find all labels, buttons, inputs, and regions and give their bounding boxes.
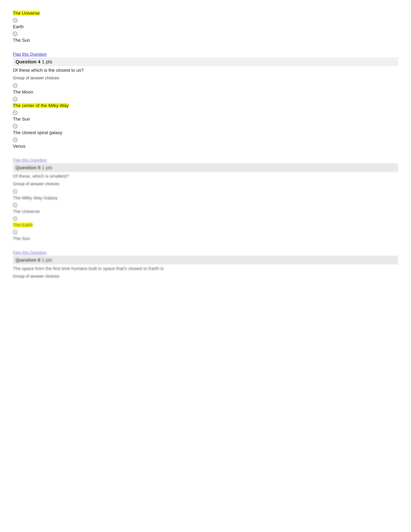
answer-option-venus[interactable]: Venus	[13, 144, 398, 149]
question-6-group-label: Group of answer choices	[13, 274, 398, 279]
answer-option-earth[interactable]: Earth	[13, 24, 398, 29]
answer-label-the-sun-q5: The Sun	[13, 236, 30, 241]
answer-option-the-moon[interactable]: The Moon	[13, 89, 398, 95]
question-5-header: Question 5 1 pts	[13, 163, 398, 172]
question-6-header: Question 6 1 pts	[13, 256, 398, 264]
radio-earth-q5[interactable]	[13, 216, 17, 221]
radio-row-the-sun-q5	[13, 228, 398, 235]
answer-option-milky-way-center[interactable]: The center of the Milky Way	[13, 103, 398, 108]
question-5-number: Question 5	[16, 165, 40, 170]
answer-label-the-universe: The Universe	[13, 11, 40, 16]
radio-row-the-moon	[13, 82, 398, 88]
flag-q6-link[interactable]: Flag this Question	[13, 250, 398, 255]
radio-milky-way-center[interactable]	[13, 97, 17, 101]
radio-the-sun-q5[interactable]	[13, 230, 17, 234]
answer-option-the-universe[interactable]: The Universe	[13, 11, 398, 16]
answer-label-universe-q5: The Universe	[13, 209, 40, 214]
question-4-header: Question 4 1 pts	[13, 57, 398, 66]
answer-option-universe-q5[interactable]: The Universe	[13, 209, 398, 214]
radio-row-earth-q5	[13, 215, 398, 221]
question-4-group-label: Group of answer choices	[13, 76, 398, 80]
answer-option-the-sun-q5[interactable]: The Sun	[13, 236, 398, 241]
radio-row-milky-way-q5	[13, 188, 398, 194]
answer-label-milky-way-q5: The Milky Way Galaxy	[13, 195, 57, 200]
answer-option-spiral-galaxy[interactable]: The closest spiral galaxy	[13, 130, 398, 135]
question-6-section: Flag this Question Question 6 1 pts The …	[13, 250, 398, 279]
radio-universe-q5[interactable]	[13, 203, 17, 207]
answer-label-milky-way-center: The center of the Milky Way	[13, 103, 69, 108]
question-4-section: Flag this Question Question 4 1 pts Of t…	[13, 52, 398, 149]
radio-row-the-sun-q3	[13, 30, 398, 37]
question-3-tail: The Universe Earth The Sun	[13, 11, 398, 43]
answer-label-venus: Venus	[13, 144, 26, 149]
radio-spiral-galaxy[interactable]	[13, 124, 17, 128]
radio-row-spiral-galaxy	[13, 123, 398, 129]
answer-option-earth-q5[interactable]: The Earth	[13, 222, 398, 228]
answer-label-earth-q5: The Earth	[13, 222, 33, 228]
answer-option-the-sun-q4[interactable]: The Sun	[13, 116, 398, 122]
radio-row-the-sun-q4	[13, 109, 398, 116]
question-4-number: Question 4	[16, 59, 40, 64]
answer-label-the-sun-q3: The Sun	[13, 38, 30, 43]
radio-the-moon[interactable]	[13, 83, 17, 88]
flag-q5-link[interactable]: Flag this Question	[13, 158, 398, 163]
answer-option-the-sun-q3[interactable]: The Sun	[13, 38, 398, 43]
radio-row-universe-q5	[13, 201, 398, 208]
question-5-text: Of these, which is smallest?	[13, 174, 398, 179]
question-4-pts: 1 pts	[40, 59, 52, 64]
answer-label-the-moon: The Moon	[13, 89, 33, 95]
answer-label-spiral-galaxy: The closest spiral galaxy	[13, 130, 62, 135]
radio-the-sun-q3[interactable]	[13, 32, 17, 36]
question-6-number: Question 6	[16, 257, 40, 263]
radio-milky-way-q5[interactable]	[13, 189, 17, 194]
question-6-text: The space from the first time humans bui…	[13, 266, 398, 271]
answer-label-the-sun-q4: The Sun	[13, 116, 30, 122]
flag-q4-link[interactable]: Flag this Question	[13, 52, 398, 57]
question-6-pts: 1 pts	[40, 257, 52, 263]
radio-earth[interactable]	[13, 18, 17, 23]
question-4-text: Of these which is the closest to us?	[13, 68, 398, 73]
radio-row-venus	[13, 136, 398, 143]
question-5-group-label: Group of answer choices	[13, 181, 398, 186]
radio-the-sun-q4[interactable]	[13, 110, 17, 115]
question-5-pts: 1 pts	[40, 165, 52, 170]
radio-row-milky-way-center	[13, 95, 398, 102]
answer-label-earth: Earth	[13, 24, 24, 29]
radio-row-earth	[13, 17, 398, 23]
question-5-section: Flag this Question Question 5 1 pts Of t…	[13, 158, 398, 241]
radio-venus[interactable]	[13, 138, 17, 142]
answer-option-milky-way-q5[interactable]: The Milky Way Galaxy	[13, 195, 398, 200]
